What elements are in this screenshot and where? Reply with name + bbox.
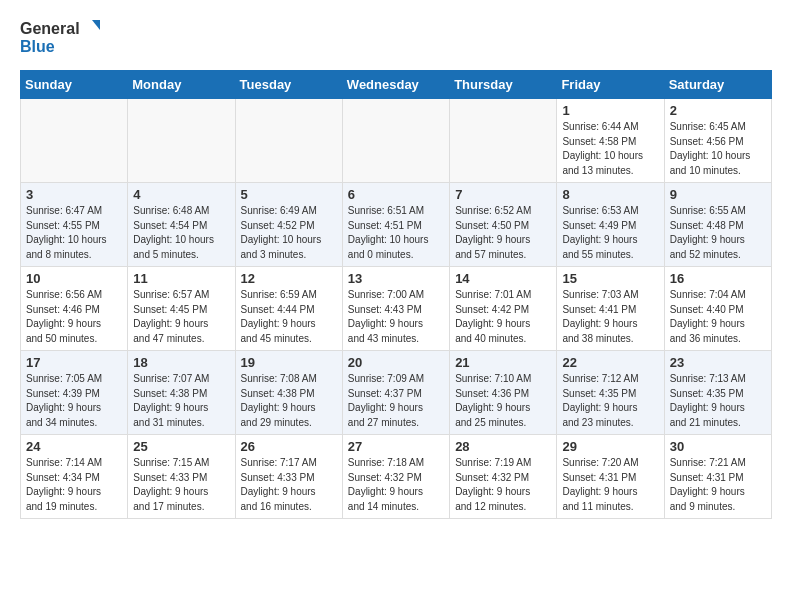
calendar-cell: 12Sunrise: 6:59 AM Sunset: 4:44 PM Dayli… [235, 267, 342, 351]
day-number: 1 [562, 103, 658, 118]
svg-text:General: General [20, 20, 80, 37]
calendar-cell: 6Sunrise: 6:51 AM Sunset: 4:51 PM Daylig… [342, 183, 449, 267]
day-number: 5 [241, 187, 337, 202]
col-header-monday: Monday [128, 71, 235, 99]
calendar-cell: 29Sunrise: 7:20 AM Sunset: 4:31 PM Dayli… [557, 435, 664, 519]
day-info: Sunrise: 6:57 AM Sunset: 4:45 PM Dayligh… [133, 288, 229, 346]
calendar-cell: 26Sunrise: 7:17 AM Sunset: 4:33 PM Dayli… [235, 435, 342, 519]
day-info: Sunrise: 7:09 AM Sunset: 4:37 PM Dayligh… [348, 372, 444, 430]
calendar-cell: 28Sunrise: 7:19 AM Sunset: 4:32 PM Dayli… [450, 435, 557, 519]
calendar-cell: 1Sunrise: 6:44 AM Sunset: 4:58 PM Daylig… [557, 99, 664, 183]
week-row-1: 1Sunrise: 6:44 AM Sunset: 4:58 PM Daylig… [21, 99, 772, 183]
day-number: 13 [348, 271, 444, 286]
calendar-cell: 22Sunrise: 7:12 AM Sunset: 4:35 PM Dayli… [557, 351, 664, 435]
day-number: 19 [241, 355, 337, 370]
day-info: Sunrise: 7:08 AM Sunset: 4:38 PM Dayligh… [241, 372, 337, 430]
col-header-saturday: Saturday [664, 71, 771, 99]
day-number: 16 [670, 271, 766, 286]
day-number: 23 [670, 355, 766, 370]
day-info: Sunrise: 6:45 AM Sunset: 4:56 PM Dayligh… [670, 120, 766, 178]
day-number: 14 [455, 271, 551, 286]
week-row-5: 24Sunrise: 7:14 AM Sunset: 4:34 PM Dayli… [21, 435, 772, 519]
calendar-cell: 17Sunrise: 7:05 AM Sunset: 4:39 PM Dayli… [21, 351, 128, 435]
day-number: 4 [133, 187, 229, 202]
day-info: Sunrise: 6:56 AM Sunset: 4:46 PM Dayligh… [26, 288, 122, 346]
page-container: General Blue SundayMondayTuesdayWednesda… [0, 0, 792, 529]
col-header-sunday: Sunday [21, 71, 128, 99]
day-number: 29 [562, 439, 658, 454]
calendar-cell: 15Sunrise: 7:03 AM Sunset: 4:41 PM Dayli… [557, 267, 664, 351]
logo-svg: General Blue [20, 16, 100, 58]
day-number: 17 [26, 355, 122, 370]
calendar-cell: 27Sunrise: 7:18 AM Sunset: 4:32 PM Dayli… [342, 435, 449, 519]
calendar-cell: 11Sunrise: 6:57 AM Sunset: 4:45 PM Dayli… [128, 267, 235, 351]
day-info: Sunrise: 7:03 AM Sunset: 4:41 PM Dayligh… [562, 288, 658, 346]
day-number: 25 [133, 439, 229, 454]
calendar-cell: 2Sunrise: 6:45 AM Sunset: 4:56 PM Daylig… [664, 99, 771, 183]
day-number: 22 [562, 355, 658, 370]
calendar-cell: 19Sunrise: 7:08 AM Sunset: 4:38 PM Dayli… [235, 351, 342, 435]
calendar-cell: 5Sunrise: 6:49 AM Sunset: 4:52 PM Daylig… [235, 183, 342, 267]
svg-marker-2 [92, 20, 100, 30]
day-info: Sunrise: 7:18 AM Sunset: 4:32 PM Dayligh… [348, 456, 444, 514]
day-number: 28 [455, 439, 551, 454]
calendar-cell [128, 99, 235, 183]
day-info: Sunrise: 6:51 AM Sunset: 4:51 PM Dayligh… [348, 204, 444, 262]
day-number: 9 [670, 187, 766, 202]
day-info: Sunrise: 7:20 AM Sunset: 4:31 PM Dayligh… [562, 456, 658, 514]
calendar-cell [235, 99, 342, 183]
calendar-cell: 16Sunrise: 7:04 AM Sunset: 4:40 PM Dayli… [664, 267, 771, 351]
day-info: Sunrise: 7:15 AM Sunset: 4:33 PM Dayligh… [133, 456, 229, 514]
calendar-cell [21, 99, 128, 183]
day-info: Sunrise: 7:21 AM Sunset: 4:31 PM Dayligh… [670, 456, 766, 514]
col-header-friday: Friday [557, 71, 664, 99]
day-number: 12 [241, 271, 337, 286]
calendar-cell: 20Sunrise: 7:09 AM Sunset: 4:37 PM Dayli… [342, 351, 449, 435]
calendar-cell: 24Sunrise: 7:14 AM Sunset: 4:34 PM Dayli… [21, 435, 128, 519]
week-row-2: 3Sunrise: 6:47 AM Sunset: 4:55 PM Daylig… [21, 183, 772, 267]
day-info: Sunrise: 6:48 AM Sunset: 4:54 PM Dayligh… [133, 204, 229, 262]
day-number: 11 [133, 271, 229, 286]
calendar-cell [342, 99, 449, 183]
header-row: SundayMondayTuesdayWednesdayThursdayFrid… [21, 71, 772, 99]
header: General Blue [20, 16, 772, 58]
day-number: 21 [455, 355, 551, 370]
day-number: 2 [670, 103, 766, 118]
day-number: 7 [455, 187, 551, 202]
calendar-cell: 3Sunrise: 6:47 AM Sunset: 4:55 PM Daylig… [21, 183, 128, 267]
day-info: Sunrise: 6:59 AM Sunset: 4:44 PM Dayligh… [241, 288, 337, 346]
day-info: Sunrise: 6:47 AM Sunset: 4:55 PM Dayligh… [26, 204, 122, 262]
day-number: 6 [348, 187, 444, 202]
day-number: 24 [26, 439, 122, 454]
logo: General Blue [20, 16, 100, 58]
day-number: 27 [348, 439, 444, 454]
calendar-cell: 13Sunrise: 7:00 AM Sunset: 4:43 PM Dayli… [342, 267, 449, 351]
week-row-3: 10Sunrise: 6:56 AM Sunset: 4:46 PM Dayli… [21, 267, 772, 351]
calendar-cell: 18Sunrise: 7:07 AM Sunset: 4:38 PM Dayli… [128, 351, 235, 435]
day-number: 18 [133, 355, 229, 370]
calendar-cell: 4Sunrise: 6:48 AM Sunset: 4:54 PM Daylig… [128, 183, 235, 267]
col-header-tuesday: Tuesday [235, 71, 342, 99]
day-number: 15 [562, 271, 658, 286]
calendar-cell: 8Sunrise: 6:53 AM Sunset: 4:49 PM Daylig… [557, 183, 664, 267]
day-info: Sunrise: 7:14 AM Sunset: 4:34 PM Dayligh… [26, 456, 122, 514]
day-info: Sunrise: 6:55 AM Sunset: 4:48 PM Dayligh… [670, 204, 766, 262]
calendar-cell: 21Sunrise: 7:10 AM Sunset: 4:36 PM Dayli… [450, 351, 557, 435]
calendar-cell: 7Sunrise: 6:52 AM Sunset: 4:50 PM Daylig… [450, 183, 557, 267]
day-info: Sunrise: 7:00 AM Sunset: 4:43 PM Dayligh… [348, 288, 444, 346]
day-info: Sunrise: 7:01 AM Sunset: 4:42 PM Dayligh… [455, 288, 551, 346]
day-info: Sunrise: 6:53 AM Sunset: 4:49 PM Dayligh… [562, 204, 658, 262]
day-info: Sunrise: 7:19 AM Sunset: 4:32 PM Dayligh… [455, 456, 551, 514]
day-info: Sunrise: 7:04 AM Sunset: 4:40 PM Dayligh… [670, 288, 766, 346]
day-number: 30 [670, 439, 766, 454]
day-number: 26 [241, 439, 337, 454]
day-info: Sunrise: 7:10 AM Sunset: 4:36 PM Dayligh… [455, 372, 551, 430]
day-info: Sunrise: 6:52 AM Sunset: 4:50 PM Dayligh… [455, 204, 551, 262]
calendar-cell: 14Sunrise: 7:01 AM Sunset: 4:42 PM Dayli… [450, 267, 557, 351]
svg-text:Blue: Blue [20, 38, 55, 55]
calendar-cell [450, 99, 557, 183]
calendar-table: SundayMondayTuesdayWednesdayThursdayFrid… [20, 70, 772, 519]
day-info: Sunrise: 6:49 AM Sunset: 4:52 PM Dayligh… [241, 204, 337, 262]
calendar-cell: 30Sunrise: 7:21 AM Sunset: 4:31 PM Dayli… [664, 435, 771, 519]
col-header-thursday: Thursday [450, 71, 557, 99]
